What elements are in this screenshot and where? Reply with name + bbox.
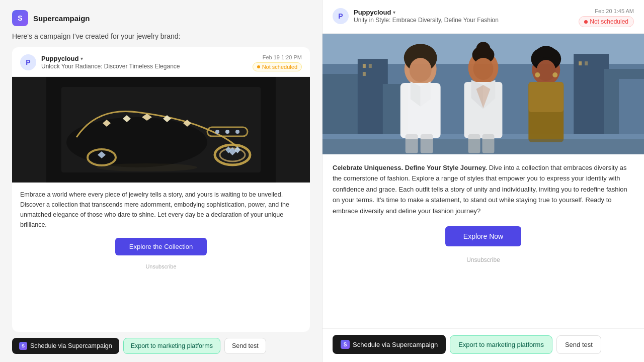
chevron-down-icon-left: ▾	[80, 56, 83, 61]
svg-point-54	[537, 46, 555, 58]
svg-point-44	[476, 42, 491, 56]
subject-line-right: Unity in Style: Embrace Diversity, Defin…	[354, 17, 499, 24]
status-dot-right	[584, 20, 588, 24]
campaign-card-left: P Puppycloud ▾ Unlock Your Radiance: Dis…	[12, 47, 310, 332]
email-image-left	[12, 77, 310, 183]
action-bar-left: S Schedule via Supercampaign Export to m…	[12, 332, 310, 362]
fashion-illustration	[323, 34, 644, 154]
status-badge-right: Not scheduled	[579, 16, 634, 27]
send-test-button-right[interactable]: Send test	[556, 335, 601, 354]
sender-info-right: P Puppycloud ▾ Unity in Style: Embrace D…	[333, 8, 499, 24]
sender-details-left: Puppycloud ▾ Unlock Your Radiance: Disco…	[41, 55, 180, 70]
sender-info-left: P Puppycloud ▾ Unlock Your Radiance: Dis…	[20, 54, 180, 70]
chevron-down-icon-right: ▾	[393, 10, 395, 15]
sender-name-left: Puppycloud	[41, 55, 78, 62]
email-image-right	[323, 34, 644, 154]
avatar-right: P	[333, 8, 349, 24]
status-text-right: Not scheduled	[590, 18, 628, 25]
svg-rect-31	[579, 61, 582, 65]
svg-rect-30	[363, 72, 366, 76]
export-button-left[interactable]: Export to marketing platforms	[123, 338, 220, 354]
svg-point-19	[97, 163, 197, 171]
svg-point-15	[225, 130, 229, 134]
schedule-button-left[interactable]: S Schedule via Supercampaign	[12, 338, 119, 354]
card-header-left: P Puppycloud ▾ Unlock Your Radiance: Dis…	[12, 47, 310, 77]
unsubscribe-left: Unsubscribe	[20, 263, 302, 276]
svg-point-55	[536, 60, 555, 81]
svg-point-16	[235, 130, 239, 134]
explore-now-button[interactable]: Explore Now	[445, 226, 521, 246]
svg-point-36	[410, 58, 432, 82]
svg-rect-57	[528, 82, 564, 112]
explore-collection-button[interactable]: Explore the Collection	[115, 238, 207, 255]
card-body-left: Embrace a world where every piece of jew…	[12, 77, 310, 332]
svg-rect-29	[369, 64, 372, 68]
supercampaign-icon-right: S	[341, 340, 350, 349]
status-text-left: Not scheduled	[262, 64, 297, 70]
avatar-left: P	[20, 54, 36, 70]
timestamp-left: Feb 19 1:20 PM	[263, 54, 302, 60]
sender-name-row-left: Puppycloud ▾	[41, 55, 180, 62]
svg-point-58	[535, 72, 540, 77]
app-icon: S	[12, 10, 28, 26]
right-body: Celebrate Uniqueness. Define Your Style …	[323, 34, 644, 328]
app-name: Supercampaign	[33, 14, 90, 23]
action-bar-right: S Schedule via Supercampaign Export to m…	[323, 328, 644, 362]
woman-right	[528, 46, 564, 142]
left-panel: S Supercampaign Here's a campaign I've c…	[0, 0, 322, 362]
intro-text: Here's a campaign I've created for your …	[12, 32, 310, 40]
sender-details-right: Puppycloud ▾ Unity in Style: Embrace Div…	[354, 9, 499, 24]
right-panel: P Puppycloud ▾ Unity in Style: Embrace D…	[322, 0, 644, 362]
sender-name-right: Puppycloud	[354, 9, 391, 16]
status-badge-left: Not scheduled	[253, 62, 302, 71]
email-body-text-right: Celebrate Uniqueness. Define Your Style …	[333, 162, 634, 216]
schedule-button-right[interactable]: S Schedule via Supercampaign	[333, 335, 446, 354]
card-meta-left: Feb 19 1:20 PM Not scheduled	[253, 54, 302, 71]
email-body-text-left: Embrace a world where every piece of jew…	[20, 190, 302, 230]
app-header: S Supercampaign	[12, 10, 310, 26]
export-button-right[interactable]: Export to marketing platforms	[450, 335, 552, 354]
schedule-label-right: Schedule via Supercampaign	[353, 341, 438, 348]
svg-point-45	[473, 58, 494, 80]
email-content-left: Embrace a world where every piece of jew…	[12, 183, 310, 283]
svg-point-14	[215, 130, 219, 134]
sender-name-row-right: Puppycloud ▾	[354, 9, 499, 16]
right-header: P Puppycloud ▾ Unity in Style: Embrace D…	[323, 0, 644, 34]
subject-line-left: Unlock Your Radiance: Discover Timeless …	[41, 63, 180, 70]
svg-rect-60	[323, 139, 644, 154]
status-dot-left	[257, 65, 260, 68]
jewelry-illustration	[12, 77, 310, 183]
svg-rect-32	[585, 61, 588, 65]
supercampaign-icon-left: S	[19, 342, 27, 350]
svg-rect-28	[363, 64, 366, 68]
card-meta-right: Feb 20 1:45 AM Not scheduled	[579, 8, 634, 27]
schedule-label-left: Schedule via Supercampaign	[30, 342, 112, 349]
woman-left	[400, 44, 441, 153]
unsubscribe-right: Unsubscribe	[333, 256, 634, 272]
send-test-button-left[interactable]: Send test	[224, 338, 266, 354]
svg-point-59	[552, 72, 557, 77]
timestamp-right: Feb 20 1:45 AM	[595, 8, 634, 14]
